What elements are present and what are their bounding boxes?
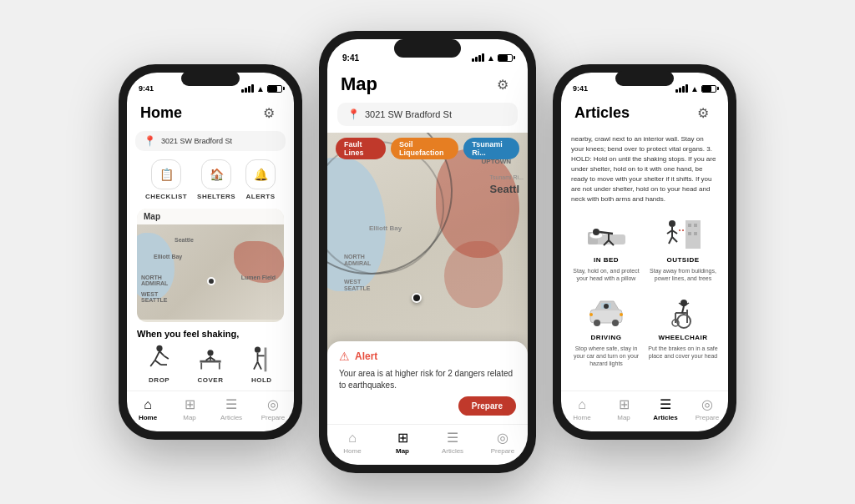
bed-title: IN BED	[594, 256, 619, 264]
bottom-nav-right: ⌂ Home ⊞ Map ☰ Articles ◎ Prepare	[561, 391, 728, 431]
location-text-center: 3021 SW Bradford St	[365, 109, 452, 119]
bottom-nav-left: ⌂ Home ⊞ Map ☰ Articles ◎ Prepare	[127, 391, 294, 431]
nav-prepare-center[interactable]: ◎ Prepare	[478, 430, 528, 455]
svg-line-19	[258, 362, 262, 370]
svg-point-10	[207, 350, 213, 355]
status-time-right: 9:41	[573, 84, 588, 93]
nav-prepare-left[interactable]: ◎ Prepare	[252, 396, 294, 421]
svg-point-33	[669, 220, 675, 227]
battery-icon-center	[498, 54, 513, 62]
location-pin-center: 📍	[347, 108, 360, 120]
shelters-action[interactable]: 🏠 SHELTERS	[197, 159, 235, 200]
bed-figure	[581, 211, 631, 253]
nav-map-right[interactable]: ⊞ Map	[603, 396, 645, 421]
article-card-bed[interactable]: IN BED Stay, hold on, and protect your h…	[571, 211, 641, 282]
settings-button-center[interactable]: ⚙	[491, 73, 514, 96]
map-location-pin	[412, 293, 422, 303]
nav-home-icon-left: ⌂	[144, 397, 152, 412]
article-intro-text: nearby, crawl next to an interior wall. …	[571, 134, 718, 204]
nav-map-label-right: Map	[617, 414, 630, 421]
nav-prepare-right[interactable]: ◎ Prepare	[686, 396, 728, 421]
nav-home-icon-center: ⌂	[348, 431, 357, 446]
svg-point-45	[589, 313, 593, 316]
nav-articles-center[interactable]: ☰ Articles	[428, 430, 478, 455]
nav-home-center[interactable]: ⌂ Home	[327, 431, 377, 455]
nav-map-left[interactable]: ⊞ Map	[169, 396, 210, 421]
svg-rect-30	[694, 224, 697, 227]
location-bar-center[interactable]: 📍 3021 SW Bradford St	[337, 103, 518, 126]
svg-point-42	[594, 320, 600, 326]
settings-button-left[interactable]: ⚙	[257, 101, 281, 124]
hold-figure	[246, 344, 276, 374]
nav-map-label-center: Map	[396, 447, 409, 455]
settings-button-right[interactable]: ⚙	[691, 101, 715, 124]
map-label-west-seattle: WESTSEATTLE	[344, 279, 370, 293]
alert-box: ⚠ Alert Your area is at higher risk for …	[327, 341, 528, 424]
nav-articles-left[interactable]: ☰ Articles	[210, 396, 252, 421]
svg-rect-31	[688, 232, 691, 235]
home-header: Home ⚙	[127, 98, 294, 131]
bed-desc: Stay, hold on, and protect your head wit…	[571, 267, 641, 282]
wifi-icon-left: ▲	[256, 84, 265, 93]
phone-screen-center: 9:41 ▲ Map ⚙ 📍	[327, 39, 528, 465]
nav-home-label-center: Home	[343, 447, 361, 455]
bottom-nav-center: ⌂ Home ⊞ Map ☰ Articles ◎ Prepare	[327, 424, 528, 465]
chip-tsunami[interactable]: Tsunami Ri...	[463, 138, 519, 159]
tip-hold: HOLD	[246, 344, 276, 384]
chip-fault-lines[interactable]: Fault Lines	[336, 138, 386, 159]
map-section-title: Map	[137, 209, 284, 224]
alert-header: ⚠ Alert	[339, 350, 516, 363]
map-title: Map	[341, 73, 377, 95]
article-card-driving[interactable]: DRIVING Stop where safe, stay in your ca…	[571, 289, 641, 367]
nav-prepare-label-left: Prepare	[261, 414, 285, 421]
location-bar-left[interactable]: 📍 3021 SW Bradford St	[135, 131, 286, 151]
article-card-outside[interactable]: OUTSIDE Stay away from buildings, power …	[648, 211, 718, 282]
svg-point-46	[620, 313, 623, 316]
nav-prepare-label-center: Prepare	[491, 447, 514, 455]
articles-content: nearby, crawl next to an interior wall. …	[561, 131, 728, 391]
nav-prepare-icon-right: ◎	[701, 396, 713, 412]
map-preview[interactable]: Map Seattle Elliott Bay NORTHADMIRAL WES…	[137, 209, 284, 322]
svg-point-44	[604, 304, 609, 309]
home-title: Home	[140, 104, 182, 122]
wheelchair-figure	[658, 289, 708, 330]
right-phone: 9:41 ▲ Articles ⚙ nea	[553, 64, 736, 440]
nav-map-center[interactable]: ⊞ Map	[377, 430, 428, 455]
nav-home-right[interactable]: ⌂ Home	[561, 397, 603, 421]
signal-icon-left	[241, 84, 254, 93]
svg-point-15	[255, 347, 261, 353]
map-full[interactable]: Fault Lines Soil Liquefaction Tsunami Ri…	[327, 133, 528, 424]
cover-figure	[195, 344, 225, 374]
quick-actions: 📋 CHECKLIST 🏠 SHELTERS 🔔 ALERTS	[127, 156, 294, 209]
svg-line-37	[669, 237, 672, 244]
alerts-icon: 🔔	[245, 159, 276, 189]
article-card-wheelchair[interactable]: WHEELCHAIR Put the brakes on in a safe p…	[648, 289, 718, 367]
map-label-elliott: Elliott Bay	[369, 224, 402, 232]
nav-home-left[interactable]: ⌂ Home	[127, 397, 169, 421]
nav-articles-icon-center: ☰	[447, 430, 458, 446]
chip-soil-liquefaction[interactable]: Soil Liquefaction	[391, 138, 458, 159]
checklist-action[interactable]: 📋 CHECKLIST	[145, 159, 187, 200]
map-background-left: Seattle Elliott Bay NORTHADMIRAL WESTSEA…	[137, 224, 284, 320]
nav-articles-right[interactable]: ☰ Articles	[645, 396, 686, 421]
driving-title: DRIVING	[591, 334, 622, 341]
signal-icon-center	[472, 53, 484, 62]
svg-line-6	[164, 355, 168, 359]
alert-title: Alert	[355, 350, 377, 362]
driving-figure	[581, 289, 631, 330]
map-label-tsunami: Tsunami Ri...	[490, 174, 524, 180]
svg-rect-14	[265, 348, 267, 372]
svg-line-2	[150, 360, 154, 366]
location-pin-left: 📍	[144, 135, 156, 147]
phone-screen-right: 9:41 ▲ Articles ⚙ nea	[561, 73, 728, 431]
nav-prepare-icon-left: ◎	[267, 396, 279, 412]
alert-text: Your area is at higher risk for 2 danger…	[339, 368, 516, 391]
nav-home-label-left: Home	[139, 414, 157, 421]
alerts-action[interactable]: 🔔 ALERTS	[245, 159, 276, 200]
prepare-button[interactable]: Prepare	[458, 396, 516, 416]
outside-desc: Stay away from buildings, power lines, a…	[648, 267, 718, 282]
battery-icon-right	[701, 85, 716, 93]
nav-map-label-left: Map	[183, 414, 196, 421]
svg-point-23	[593, 229, 600, 235]
svg-line-5	[159, 351, 164, 355]
